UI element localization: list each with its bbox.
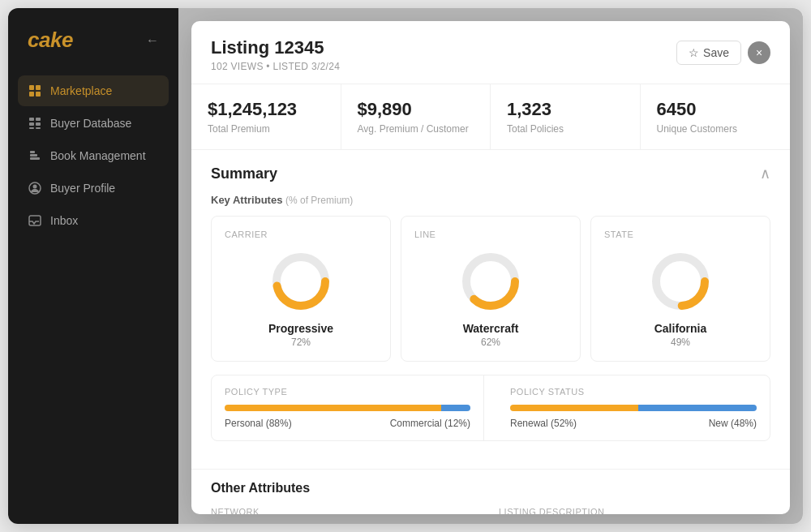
line-title: LINE [414, 230, 436, 239]
modal-overlay: Listing 12345 102 VIEWS • LISTED 3/2/24 … [178, 8, 803, 524]
carrier-pct: 72% [291, 337, 311, 348]
users-icon [28, 116, 42, 131]
state-donut [648, 249, 713, 314]
line-pct: 62% [481, 337, 500, 348]
stat-label-policies: Total Policies [507, 123, 624, 135]
back-icon[interactable]: ← [146, 33, 159, 48]
sidebar-item-inbox[interactable]: Inbox [18, 205, 169, 236]
sidebar: cake ← Marketplace [8, 8, 178, 524]
sidebar-item-book-management[interactable]: Book Management [18, 140, 169, 171]
close-button[interactable]: × [748, 41, 770, 64]
renewal-label: Renewal (52%) [510, 418, 577, 429]
policy-status-card: POLICY STATUS Renewal (52%) New (48%) [497, 375, 770, 440]
description-label: LISTING DESCRIPTION [499, 507, 770, 514]
policy-type-card: POLICY TYPE Personal (88%) Commercial (1… [212, 375, 484, 440]
sidebar-item-buyer-profile[interactable]: Buyer Profile [18, 173, 169, 204]
policy-status-title: POLICY STATUS [510, 387, 757, 397]
listing-modal: Listing 12345 102 VIEWS • LISTED 3/2/24 … [191, 21, 790, 514]
stat-total-premium: $1,245,123 Total Premium [191, 84, 341, 149]
close-icon: × [756, 46, 762, 59]
stat-label-premium: Total Premium [208, 123, 324, 135]
buyer-database-label: Buyer Database [50, 117, 131, 130]
personal-segment [225, 405, 441, 411]
svg-rect-7 [36, 122, 41, 126]
sidebar-item-buyer-database[interactable]: Buyer Database [18, 108, 169, 139]
logo: cake [28, 28, 73, 53]
svg-rect-8 [29, 127, 34, 129]
carrier-title: CARRIER [225, 230, 268, 239]
star-icon: ☆ [689, 46, 699, 59]
state-name: California [654, 322, 707, 335]
line-donut [458, 249, 523, 314]
other-title: Other Attributes [211, 481, 770, 496]
stats-row: $1,245,123 Total Premium $9,890 Avg. Pre… [191, 84, 790, 150]
stat-label-avg: Avg. Premium / Customer [358, 123, 474, 135]
svg-rect-6 [29, 122, 34, 126]
stat-value-policies: 1,323 [507, 99, 624, 120]
description-group: LISTING DESCRIPTION I'm a second generat… [499, 507, 770, 514]
inbox-icon [28, 213, 42, 228]
policy-status-labels: Renewal (52%) New (48%) [510, 418, 757, 429]
svg-rect-10 [30, 157, 40, 160]
book-icon [28, 148, 42, 163]
network-field: NETWORK Renaissance Insurance POLICY / C… [211, 507, 483, 514]
svg-rect-11 [30, 154, 37, 157]
modal-header: Listing 12345 102 VIEWS • LISTED 3/2/24 … [191, 21, 790, 84]
svg-rect-2 [29, 92, 34, 97]
save-label: Save [703, 46, 729, 59]
donut-cards: CARRIER Progressive 72% [211, 216, 770, 362]
svg-rect-4 [29, 118, 34, 121]
svg-rect-12 [30, 151, 35, 153]
renewal-segment [510, 405, 638, 411]
svg-rect-3 [36, 92, 41, 97]
network-group: NETWORK Renaissance Insurance [211, 507, 483, 514]
sidebar-logo-area: cake ← [8, 28, 178, 75]
network-label: NETWORK [211, 507, 483, 514]
line-name: Watercraft [463, 322, 519, 335]
other-grid: NETWORK Renaissance Insurance POLICY / C… [211, 507, 770, 514]
carrier-name: Progressive [268, 322, 333, 335]
svg-rect-15 [29, 216, 41, 225]
collapse-icon[interactable]: ∧ [760, 165, 770, 182]
stat-avg-premium: $9,890 Avg. Premium / Customer [341, 84, 491, 149]
stat-label-customers: Unique Customers [657, 123, 775, 135]
modal-title-block: Listing 12345 102 VIEWS • LISTED 3/2/24 [211, 37, 340, 72]
stat-total-policies: 1,323 Total Policies [491, 84, 641, 149]
donut-state: STATE California 49% [590, 216, 770, 362]
marketplace-icon [28, 84, 42, 98]
svg-rect-0 [29, 85, 34, 90]
stat-value-premium: $1,245,123 [208, 99, 324, 120]
profile-icon [28, 181, 42, 195]
policy-type-title: POLICY TYPE [225, 387, 470, 397]
section-header: Summary ∧ [211, 165, 770, 182]
svg-point-14 [33, 185, 37, 189]
description-field: LISTING DESCRIPTION I'm a second generat… [499, 507, 770, 514]
key-attributes-label: Key Attributes (% of Premium) [211, 194, 770, 206]
modal-title: Listing 12345 [211, 37, 340, 58]
svg-rect-9 [36, 127, 41, 129]
svg-rect-1 [36, 85, 41, 90]
sidebar-item-marketplace[interactable]: Marketplace [18, 75, 169, 106]
new-segment [638, 405, 757, 411]
donut-line: LINE Watercraft 62% [401, 216, 581, 362]
policy-type-labels: Personal (88%) Commercial (12%) [225, 418, 470, 429]
sidebar-nav: Marketplace Buyer Database [8, 75, 178, 236]
stat-value-avg: $9,890 [358, 99, 474, 120]
commercial-label: Commercial (12%) [390, 418, 470, 429]
stat-unique-customers: 6450 Unique Customers [641, 84, 791, 149]
book-management-label: Book Management [50, 149, 146, 162]
new-label: New (48%) [709, 418, 757, 429]
other-attributes: Other Attributes NETWORK Renaissance Ins… [191, 469, 790, 514]
policy-status-bar [510, 405, 757, 411]
modal-subtitle: 102 VIEWS • LISTED 3/2/24 [211, 61, 340, 72]
summary-title: Summary [211, 165, 277, 182]
stat-value-customers: 6450 [657, 99, 775, 120]
commercial-segment [441, 405, 470, 411]
modal-actions: ☆ Save × [676, 41, 770, 65]
main-content: M Listing 12345 102 VIEWS • LISTED 3/2/2… [178, 8, 803, 524]
personal-label: Personal (88%) [225, 418, 292, 429]
save-button[interactable]: ☆ Save [676, 41, 741, 65]
marketplace-label: Marketplace [50, 84, 112, 97]
donut-carrier: CARRIER Progressive 72% [211, 216, 391, 362]
policy-type-bar [225, 405, 470, 411]
